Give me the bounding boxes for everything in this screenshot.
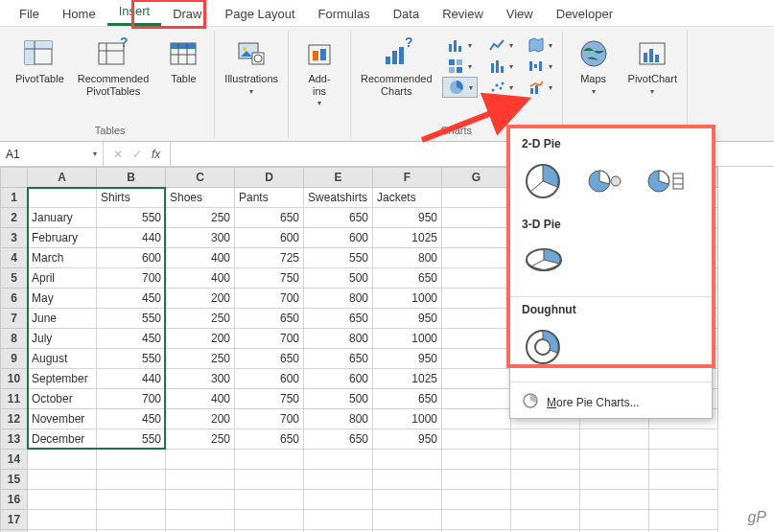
row-header-5[interactable]: 5 bbox=[1, 268, 28, 289]
cell[interactable] bbox=[304, 490, 373, 510]
cell[interactable]: 800 bbox=[304, 329, 373, 349]
cell[interactable]: April bbox=[28, 268, 97, 289]
cell[interactable] bbox=[304, 450, 373, 470]
col-header-C[interactable]: C bbox=[166, 168, 235, 188]
cell[interactable]: July bbox=[28, 329, 97, 349]
cell[interactable]: 650 bbox=[373, 268, 442, 289]
row-header-14[interactable]: 14 bbox=[1, 450, 28, 470]
cell[interactable]: 950 bbox=[373, 309, 442, 329]
cell[interactable]: Pants bbox=[235, 188, 304, 208]
hierarchy-chart-button[interactable]: ▾ bbox=[442, 56, 478, 77]
cell[interactable]: 800 bbox=[304, 289, 373, 309]
row-header-7[interactable]: 7 bbox=[1, 309, 28, 329]
cell[interactable]: 300 bbox=[166, 228, 235, 248]
pie-of-pie-option[interactable] bbox=[646, 162, 685, 200]
cell[interactable]: 300 bbox=[166, 369, 235, 389]
cell[interactable] bbox=[28, 510, 97, 530]
cell[interactable] bbox=[580, 510, 649, 530]
cell[interactable]: 725 bbox=[235, 248, 304, 268]
cell[interactable] bbox=[442, 188, 511, 208]
tab-data[interactable]: Data bbox=[382, 1, 431, 26]
cell[interactable]: Jackets bbox=[373, 188, 442, 208]
recommended-pivottables-button[interactable]: ? Recommended PivotTables bbox=[74, 35, 153, 99]
cell[interactable]: 650 bbox=[304, 429, 373, 450]
cell[interactable]: 800 bbox=[373, 248, 442, 268]
cell[interactable] bbox=[649, 429, 718, 450]
cell[interactable]: 700 bbox=[97, 389, 166, 409]
cell[interactable]: 200 bbox=[166, 329, 235, 349]
cell[interactable]: 800 bbox=[304, 409, 373, 429]
cell[interactable] bbox=[97, 470, 166, 490]
cell[interactable] bbox=[511, 429, 580, 450]
cell[interactable]: 600 bbox=[235, 369, 304, 389]
cell[interactable]: March bbox=[28, 248, 97, 268]
cell[interactable]: 950 bbox=[373, 208, 442, 228]
cell[interactable] bbox=[97, 510, 166, 530]
cell[interactable]: 250 bbox=[166, 429, 235, 450]
cell[interactable]: September bbox=[28, 369, 97, 389]
recommended-charts-button[interactable]: ? Recommended Charts bbox=[357, 35, 436, 99]
cell[interactable] bbox=[580, 450, 649, 470]
cell[interactable] bbox=[442, 248, 511, 268]
cell[interactable]: October bbox=[28, 389, 97, 409]
row-header-13[interactable]: 13 bbox=[1, 429, 28, 450]
illustrations-button[interactable]: Illustrations▾ bbox=[221, 35, 282, 98]
cell[interactable]: 650 bbox=[304, 309, 373, 329]
cell[interactable] bbox=[166, 510, 235, 530]
cell[interactable]: 1000 bbox=[373, 329, 442, 349]
cell[interactable] bbox=[373, 490, 442, 510]
cell[interactable]: 500 bbox=[304, 268, 373, 289]
cell[interactable]: 650 bbox=[304, 349, 373, 369]
cell[interactable] bbox=[580, 470, 649, 490]
cell[interactable]: 650 bbox=[235, 208, 304, 228]
cell[interactable]: 650 bbox=[235, 349, 304, 369]
row-header-9[interactable]: 9 bbox=[1, 349, 28, 369]
cell[interactable]: 1000 bbox=[373, 289, 442, 309]
cell[interactable]: 650 bbox=[304, 208, 373, 228]
cell[interactable] bbox=[235, 510, 304, 530]
map-chart-button[interactable]: ▾ bbox=[523, 35, 556, 56]
col-header-F[interactable]: F bbox=[373, 168, 442, 188]
cell[interactable]: 200 bbox=[166, 289, 235, 309]
doughnut-option[interactable] bbox=[524, 328, 562, 366]
row-header-17[interactable]: 17 bbox=[1, 510, 28, 530]
pivottable-button[interactable]: PivotTable bbox=[12, 35, 68, 87]
cell[interactable]: 700 bbox=[235, 409, 304, 429]
cell[interactable]: August bbox=[28, 349, 97, 369]
cell[interactable]: 700 bbox=[97, 268, 166, 289]
addins-button[interactable]: Add- ins▾ bbox=[294, 35, 344, 109]
col-header-D[interactable]: D bbox=[235, 168, 304, 188]
cell[interactable]: 650 bbox=[235, 309, 304, 329]
cell[interactable] bbox=[235, 490, 304, 510]
cell[interactable] bbox=[166, 470, 235, 490]
row-header-15[interactable]: 15 bbox=[1, 470, 28, 490]
pie-3d-option[interactable] bbox=[524, 243, 562, 281]
tab-review[interactable]: Review bbox=[431, 1, 495, 26]
cell[interactable] bbox=[28, 188, 97, 208]
cell[interactable]: 1025 bbox=[373, 369, 442, 389]
cell[interactable]: 650 bbox=[373, 389, 442, 409]
row-header-4[interactable]: 4 bbox=[1, 248, 28, 268]
cell[interactable]: 700 bbox=[235, 329, 304, 349]
cell[interactable]: 600 bbox=[97, 248, 166, 268]
tab-draw[interactable]: Draw bbox=[161, 1, 213, 26]
cell[interactable] bbox=[649, 470, 718, 490]
cell[interactable]: 450 bbox=[97, 409, 166, 429]
cell[interactable]: 750 bbox=[235, 268, 304, 289]
col-header-E[interactable]: E bbox=[304, 168, 373, 188]
cell[interactable] bbox=[166, 490, 235, 510]
cell[interactable] bbox=[28, 470, 97, 490]
cell[interactable]: 650 bbox=[235, 429, 304, 450]
cell[interactable]: 440 bbox=[97, 228, 166, 248]
cell[interactable]: 600 bbox=[235, 228, 304, 248]
col-header-A[interactable]: A bbox=[28, 168, 97, 188]
cell[interactable] bbox=[442, 450, 511, 470]
cell[interactable] bbox=[442, 490, 511, 510]
cell[interactable]: 600 bbox=[304, 369, 373, 389]
cell[interactable]: 500 bbox=[304, 389, 373, 409]
cell[interactable] bbox=[649, 450, 718, 470]
row-header-8[interactable]: 8 bbox=[1, 329, 28, 349]
cell[interactable]: May bbox=[28, 289, 97, 309]
cell[interactable] bbox=[442, 389, 511, 409]
pie-exploded-option[interactable] bbox=[585, 162, 623, 200]
